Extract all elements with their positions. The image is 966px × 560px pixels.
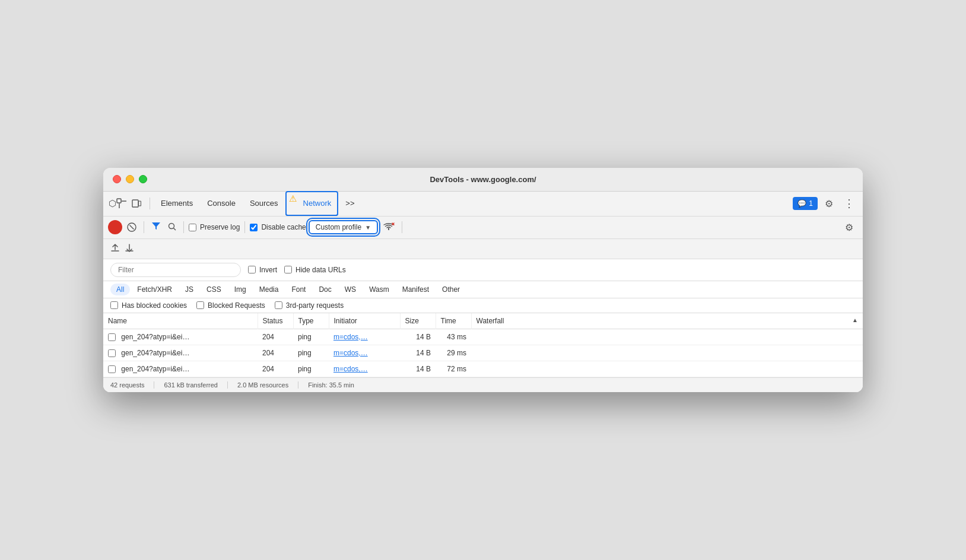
type-btn-other[interactable]: Other	[436, 284, 466, 295]
row-checkbox-0[interactable]	[108, 333, 116, 341]
type-btn-all[interactable]: All	[110, 284, 130, 295]
tabs-toolbar: ⬡ Elements Console Sources	[103, 192, 863, 217]
download-icon	[125, 243, 134, 253]
svg-rect-1	[132, 200, 138, 207]
preserve-log-label[interactable]: Preserve log	[189, 223, 240, 231]
transferred-size: 631 kB transferred	[164, 381, 228, 389]
row-checkbox-1[interactable]	[108, 349, 116, 357]
settings-button[interactable]: ⚙	[820, 195, 838, 212]
table-row[interactable]: gen_204?atyp=i&ei… 204 ping m=cdos,… 14 …	[103, 345, 863, 361]
filter-input[interactable]	[110, 263, 241, 277]
type-btn-fetch-xhr[interactable]: Fetch/XHR	[131, 284, 178, 295]
gear-icon: ⚙	[825, 198, 833, 209]
type-btn-media[interactable]: Media	[253, 284, 285, 295]
col-header-name[interactable]: Name	[103, 313, 258, 329]
resources-size: 2.0 MB resources	[237, 381, 298, 389]
record-button[interactable]	[108, 220, 122, 234]
cell-time-2: 72 ms	[436, 361, 471, 377]
col-header-size[interactable]: Size	[400, 313, 436, 329]
requests-table-container[interactable]: Name Status Type Initiator Size	[103, 313, 863, 378]
requests-count: 42 requests	[110, 381, 154, 389]
initiator-link-2[interactable]: m=cdos,…	[333, 365, 368, 373]
col-header-type[interactable]: Type	[293, 313, 329, 329]
chevron-down-icon: ▼	[365, 224, 371, 231]
close-button[interactable]	[113, 175, 121, 183]
device-toolbar-button[interactable]	[127, 194, 146, 213]
type-btn-wasm[interactable]: Wasm	[363, 284, 395, 295]
maximize-button[interactable]	[139, 175, 147, 183]
wifi-settings-button[interactable]	[380, 221, 397, 233]
clear-button[interactable]	[125, 220, 139, 234]
initiator-link-1[interactable]: m=cdos,…	[333, 349, 368, 357]
cell-status-0: 204	[258, 329, 293, 345]
traffic-lights	[113, 175, 147, 183]
wifi-icon	[383, 222, 395, 232]
upload-button[interactable]	[110, 243, 120, 254]
sort-asc-icon: ▲	[852, 317, 858, 323]
third-party-label[interactable]: 3rd-party requests	[275, 301, 344, 310]
ctrl-separator-3	[244, 221, 245, 233]
type-btn-img[interactable]: Img	[228, 284, 252, 295]
funnel-icon	[151, 222, 161, 230]
type-btn-manifest[interactable]: Manifest	[396, 284, 435, 295]
requests-table: Name Status Type Initiator Size	[103, 313, 863, 378]
blocked-requests-label[interactable]: Blocked Requests	[196, 301, 265, 310]
tab-sources[interactable]: Sources	[243, 191, 285, 216]
invert-checkbox[interactable]	[248, 266, 256, 273]
disable-cache-checkbox[interactable]	[250, 224, 258, 231]
minimize-button[interactable]	[126, 175, 134, 183]
invert-label[interactable]: Invert	[248, 266, 277, 274]
blocked-requests-checkbox[interactable]	[196, 301, 204, 309]
more-options-button[interactable]: ⋮	[840, 195, 858, 212]
disable-cache-label[interactable]: Disable cache	[250, 223, 306, 231]
hide-data-urls-label[interactable]: Hide data URLs	[284, 266, 346, 274]
search-icon[interactable]	[166, 221, 179, 234]
cell-status-1: 204	[258, 345, 293, 361]
tab-elements[interactable]: Elements	[154, 191, 200, 216]
tab-console[interactable]: Console	[200, 191, 243, 216]
third-party-checkbox[interactable]	[275, 301, 282, 309]
ctrl-separator-1	[144, 221, 144, 233]
type-btn-doc[interactable]: Doc	[313, 284, 337, 295]
cursor-tool-button[interactable]: ⬡	[108, 194, 127, 213]
svg-rect-2	[139, 201, 141, 206]
kebab-icon: ⋮	[844, 197, 854, 210]
network-settings-button[interactable]: ⚙	[840, 218, 858, 236]
blocked-cookies-label[interactable]: Has blocked cookies	[110, 301, 187, 310]
type-btn-js[interactable]: JS	[179, 284, 199, 295]
col-header-time[interactable]: Time	[436, 313, 471, 329]
cell-initiator-1: m=cdos,…	[329, 345, 400, 361]
col-header-status[interactable]: Status	[258, 313, 293, 329]
cell-type-2: ping	[293, 361, 329, 377]
col-header-waterfall[interactable]: Waterfall ▲	[471, 313, 863, 329]
filter-icon[interactable]	[149, 221, 163, 234]
row-checkbox-2[interactable]	[108, 365, 116, 373]
clear-icon	[127, 222, 136, 232]
devtools-window: DevTools - www.google.com/ ⬡ Elements	[103, 168, 863, 393]
cell-time-1: 29 ms	[436, 345, 471, 361]
cell-waterfall-1	[471, 345, 863, 361]
devtools-body: ⬡ Elements Console Sources	[103, 192, 863, 393]
type-btn-ws[interactable]: WS	[339, 284, 362, 295]
table-row[interactable]: gen_204?atyp=i&ei… 204 ping m=cdos,… 14 …	[103, 329, 863, 345]
table-row[interactable]: gen_204?atyp=i&ei… 204 ping m=cdos,… 14 …	[103, 361, 863, 377]
custom-profile-dropdown[interactable]: Custom profile ▼	[309, 220, 378, 234]
cell-status-2: 204	[258, 361, 293, 377]
tabs-right-controls: 💬 1 ⚙ ⋮	[793, 195, 858, 212]
status-bar: 42 requests 631 kB transferred 2.0 MB re…	[103, 377, 863, 392]
download-button[interactable]	[125, 243, 134, 254]
cell-waterfall-2	[471, 361, 863, 377]
initiator-link-0[interactable]: m=cdos,…	[333, 333, 368, 341]
cell-type-1: ping	[293, 345, 329, 361]
blocked-cookies-checkbox[interactable]	[110, 301, 118, 309]
tab-network[interactable]: ⚠ Network	[285, 191, 339, 216]
svg-line-6	[174, 228, 176, 230]
hide-data-urls-checkbox[interactable]	[284, 266, 292, 273]
tab-separator-1	[150, 198, 150, 209]
preserve-log-checkbox[interactable]	[189, 224, 196, 231]
type-btn-font[interactable]: Font	[285, 284, 312, 295]
feedback-button[interactable]: 💬 1	[793, 197, 818, 210]
tab-more[interactable]: >>	[338, 191, 361, 216]
col-header-initiator[interactable]: Initiator	[329, 313, 400, 329]
type-btn-css[interactable]: CSS	[201, 284, 227, 295]
